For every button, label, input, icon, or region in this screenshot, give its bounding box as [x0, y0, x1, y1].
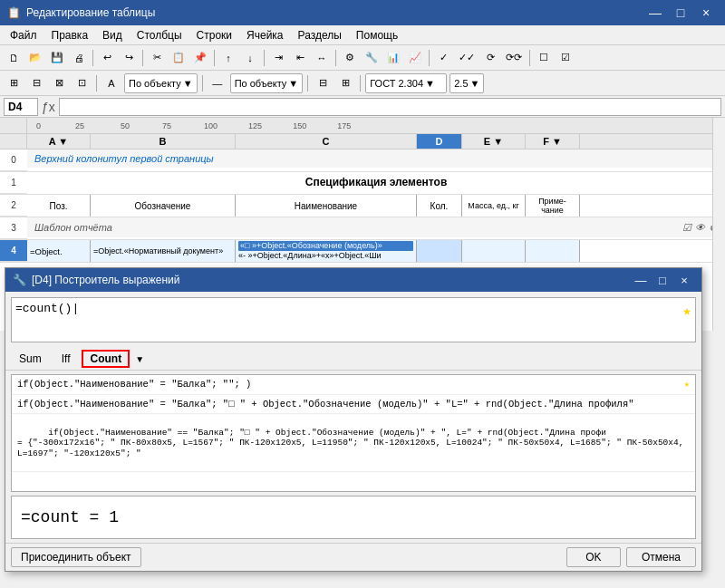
tool2-btn[interactable]: 🔧 [362, 48, 382, 68]
formula-input[interactable] [59, 98, 721, 116]
sort-asc-btn[interactable]: ↑ [218, 48, 238, 68]
col-header-f[interactable]: F ▼ [526, 134, 580, 149]
dialog-maximize-btn[interactable]: □ [652, 271, 672, 289]
checkbox-icon: ☑ [682, 222, 691, 234]
vertical-scrollbar[interactable] [712, 118, 725, 331]
cell-4d[interactable] [417, 240, 462, 262]
cell-4c-line1: «□ »+Object.«Обозначение (модель)» [238, 241, 413, 251]
col-header-b[interactable]: B [91, 134, 236, 149]
dropdown-size-arrow: ▼ [470, 78, 480, 89]
cell-2e: Масса, ед., кг [462, 195, 526, 217]
menu-view[interactable]: Вид [96, 27, 129, 43]
print-btn[interactable]: 🖨 [69, 48, 89, 68]
row-top-label: 0 Верхний колонитул первой страницы [0, 149, 725, 172]
menu-help[interactable]: Помощь [350, 27, 404, 43]
refresh-btn[interactable]: ⟳ [480, 48, 500, 68]
cell-reference[interactable]: D4 [4, 98, 38, 116]
dialog-close-btn[interactable]: × [674, 271, 694, 289]
dialog-icon: 🔧 [13, 274, 26, 286]
ruler-corner [0, 118, 27, 134]
close-button[interactable]: × [694, 3, 718, 23]
table-btn[interactable]: ⊟ [313, 73, 333, 93]
tool1-btn[interactable]: ⚙ [340, 48, 360, 68]
grid3-btn[interactable]: ⊠ [49, 73, 69, 93]
formula-bar: D4 ƒx [0, 96, 725, 118]
dropdown-gost-label: ГОСТ 2.304 [370, 78, 423, 89]
copy-btn[interactable]: 📋 [169, 48, 188, 68]
row-4-formula: 4 =Object. =Object.«Нормативный документ… [0, 240, 725, 263]
ruler: 02550 75100 125150 175 [0, 118, 725, 134]
open-btn[interactable]: 📂 [25, 48, 45, 68]
header-label: Верхний колонитул первой страницы [27, 149, 725, 168]
cell-2b: Обозначение [91, 195, 236, 217]
minimize-button[interactable]: — [643, 3, 667, 23]
check2-btn[interactable]: ✓✓ [455, 48, 478, 68]
dialog-minimize-btn[interactable]: — [631, 271, 651, 289]
cell-4c-line2: «- »+Object.«Длина»+«x»+Object.«Ши [238, 251, 413, 261]
dropdown-gost[interactable]: ГОСТ 2.304 ▼ [365, 73, 447, 93]
navigate-btn[interactable]: ⇥ [268, 48, 288, 68]
grid2-btn[interactable]: ⊟ [26, 73, 46, 93]
style-btn[interactable]: A [102, 73, 121, 93]
menu-cell[interactable]: Ячейка [240, 27, 289, 43]
expression-builder-dialog: 🔧 [D4] Построитель выражений — □ × =coun… [5, 267, 702, 331]
toolbar-2: ⊞ ⊟ ⊠ ⊡ A По объекту ▼ — По объекту ▼ ⊟ … [0, 71, 725, 96]
navigate3-btn[interactable]: ↔ [312, 48, 332, 68]
menu-file[interactable]: Файл [4, 27, 44, 43]
row-title: 1 Спецификация элементов [0, 172, 725, 195]
tool4-btn[interactable]: 📈 [405, 48, 425, 68]
dropdown-byobject1[interactable]: По объекту ▼ [124, 73, 198, 93]
undo-btn[interactable]: ↩ [97, 48, 117, 68]
star-icon: ★ [682, 302, 691, 320]
maximize-button[interactable]: □ [669, 3, 692, 23]
grid4-btn[interactable]: ⊡ [72, 73, 92, 93]
grid-btn[interactable]: ⊞ [4, 73, 24, 93]
navigate2-btn[interactable]: ⇤ [290, 48, 310, 68]
sort-desc-btn[interactable]: ↓ [240, 48, 260, 68]
expression-text: =count()| [15, 302, 79, 315]
misc1-btn[interactable]: ☐ [534, 48, 554, 68]
save-btn[interactable]: 💾 [47, 48, 67, 68]
spec-title: Спецификация элементов [27, 172, 725, 192]
expression-input-area[interactable]: =count()| ★ [11, 297, 696, 331]
col-header-d[interactable]: D [417, 134, 462, 149]
toolbar-1: 🗋 📂 💾 🖨 ↩ ↪ ✂ 📋 📌 ↑ ↓ ⇥ ⇤ ↔ ⚙ 🔧 📊 📈 ✓ ✓✓… [0, 45, 725, 71]
misc2-btn[interactable]: ☑ [556, 48, 575, 68]
new-btn[interactable]: 🗋 [4, 48, 24, 68]
cell-4b[interactable]: =Object.«Нормативный документ» [91, 240, 236, 262]
dropdown-size-label: 2.5 [454, 78, 468, 89]
col-headers: A ▼ B C D E ▼ F ▼ [0, 134, 725, 149]
table2-btn[interactable]: ⊞ [335, 73, 355, 93]
cell-4f[interactable] [526, 240, 580, 262]
paste-btn[interactable]: 📌 [190, 48, 210, 68]
dialog-title-bar: 🔧 [D4] Построитель выражений — □ × [5, 268, 701, 292]
dialog-title: [D4] Построитель выражений [32, 274, 180, 286]
cut-btn[interactable]: ✂ [147, 48, 167, 68]
row-num-4: 4 [0, 240, 27, 262]
line-btn[interactable]: — [208, 73, 227, 93]
cell-4c[interactable]: «□ »+Object.«Обозначение (модель)» «- »+… [236, 240, 417, 262]
ruler-content: 02550 75100 125150 175 [27, 118, 725, 134]
row-num-3: 3 [0, 217, 27, 239]
menu-rows[interactable]: Строки [190, 27, 238, 43]
row-3-template: 3 Шаблон отчёта ☑ 👁 ⚙ [0, 217, 725, 240]
check1-btn[interactable]: ✓ [433, 48, 453, 68]
dropdown-byobject2[interactable]: По объекту ▼ [230, 73, 304, 93]
col-header-a[interactable]: A ▼ [27, 134, 91, 149]
col-header-e[interactable]: E ▼ [462, 134, 526, 149]
cell-4a[interactable]: =Object. [27, 240, 91, 262]
row-col-corner [0, 134, 27, 149]
template-label: Шаблон отчёта ☑ 👁 ⚙ [27, 217, 725, 237]
formula-fx-icon[interactable]: ƒx [42, 100, 55, 114]
menu-sections[interactable]: Разделы [292, 27, 348, 43]
redo-btn[interactable]: ↪ [119, 48, 139, 68]
menu-columns[interactable]: Столбцы [130, 27, 188, 43]
col-header-c[interactable]: C [236, 134, 417, 149]
tool3-btn[interactable]: 📊 [383, 48, 403, 68]
dropdown-size[interactable]: 2.5 ▼ [450, 73, 484, 93]
title-bar: 📋 Редактирование таблицы — □ × [0, 0, 725, 25]
cell-4e[interactable] [462, 240, 526, 262]
menu-edit[interactable]: Правка [45, 27, 95, 43]
refresh2-btn[interactable]: ⟳⟳ [502, 48, 526, 68]
app-icon: 📋 [7, 6, 21, 19]
